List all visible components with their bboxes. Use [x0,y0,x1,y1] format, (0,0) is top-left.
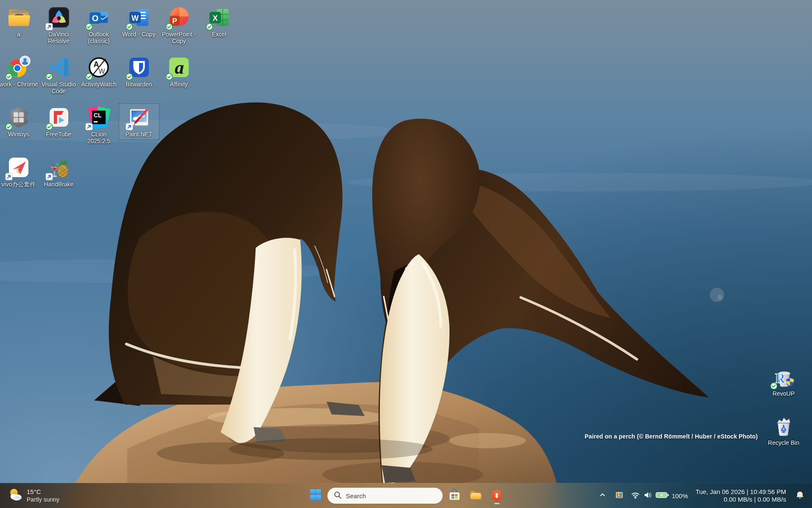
sync-check-badge [85,23,93,31]
volume-icon [643,491,652,501]
sync-check-badge [5,123,13,130]
desktop-icon-powerpoint-copy[interactable]: PPowerPoint - Copy [159,3,199,47]
weather-condition: Partly sunny [27,496,59,503]
desktop-icon-paint-net[interactable]: Paint.NET [119,103,159,140]
desktop-icon-label: Bitwarden [126,81,152,88]
desktop-icon-label: Excel [212,31,226,38]
desktop-icon-label: Paint.NET [126,131,153,138]
desktop-icon-revoup[interactable]: R RevoUP [763,363,804,399]
desktop-icon-label: Visual Studio Code [39,81,78,94]
desktop-icon-label: RevoUP [773,390,795,397]
sync-check-badge [165,23,173,31]
desktop-icon-folder-a[interactable]: a [0,3,39,40]
desktop-icon-affinity[interactable]: aAffinity [159,53,199,90]
brave-icon [491,489,503,503]
outlook-icon: O [87,5,111,30]
svg-text:W: W [131,14,139,22]
sync-check-badge [206,23,213,31]
chevron-up-icon [599,491,606,500]
color-display-icon [615,491,623,501]
tray-app-button[interactable] [614,489,625,502]
desktop-icon-davinci-resolve[interactable]: DaVinci Resolve [39,3,79,47]
folder-icon [469,489,482,503]
shortcut-arrow-badge [45,23,53,31]
taskbar-tray: 100% Tue, Jan 06 2026 | 10:49:56 PM 0.00… [597,483,806,508]
windows-start-icon [310,489,321,502]
vivo-icon [6,155,31,180]
tray-chevron-button[interactable] [597,490,608,502]
taskbar-app-brave[interactable] [488,486,506,505]
start-button[interactable] [306,486,325,505]
desktop-icon-visual-studio-code[interactable]: Visual Studio Code [39,53,79,97]
desktop-icon-outlook-classic[interactable]: OOutlook (classic) [78,3,119,47]
paintnet-icon [127,105,151,130]
notification-bell-button[interactable] [794,489,806,503]
sync-check-badge [45,123,53,130]
battery-percent: 100% [672,492,688,500]
sync-check-badge [5,73,13,81]
taskbar-app-microsoft-store[interactable] [445,486,464,505]
desktop-icon-label: Recycle Bin [768,439,799,446]
folder-photo-icon [6,5,31,30]
svg-text:P: P [172,17,177,25]
notification-bell-icon [795,491,804,501]
chrome-profile-icon [6,55,31,80]
desktop-icon-label: ActivityWatch [81,81,117,88]
desktop-icon-vivo-office[interactable]: vivo办公套件 [0,153,39,190]
recycle-bin-icon [771,414,796,438]
desktop-icon-recycle-bin[interactable]: Recycle Bin [763,412,804,448]
sync-check-badge [126,73,133,81]
wallpaper-caption: Paired on a perch (© Bernd Römmelt / Hub… [585,433,758,440]
desktop-icon-word-copy[interactable]: WWord - Copy [119,3,159,40]
desktop-icon-bitwarden[interactable]: Bitwarden [119,53,159,90]
widgets-weather-button[interactable]: 15°C Partly sunny [4,483,63,508]
bitwarden-icon [127,55,151,80]
quick-settings-button[interactable]: 100% [631,491,688,501]
desktop-icon-activitywatch[interactable]: A W ActivityWatch [78,53,119,90]
search-box[interactable]: Search [327,488,443,504]
clock-date-time: Tue, Jan 06 2026 | 10:49:56 PM [696,488,787,496]
desktop-icon-label: Word - Copy [122,31,155,38]
svg-text:A: A [94,60,99,69]
sync-check-badge [126,23,133,31]
desktop-icon-label: PowerPoint - Copy [159,31,198,44]
desktop-icon-label: HandBrake [44,181,73,188]
desktop-icon-label: a [17,31,20,38]
desktop-icon-wintoys[interactable]: Wintoys [0,103,39,140]
svg-text:O: O [92,14,99,23]
sync-check-badge [770,382,778,390]
shortcut-arrow-badge [85,123,93,130]
desktop-screen: Paired on a perch (© Bernd Römmelt / Hub… [0,0,812,508]
desktop-icon-label: FreeTube [46,131,71,138]
sync-check-badge [45,73,53,81]
affinity-icon: a [167,55,191,80]
svg-text:a: a [175,57,184,78]
desktop-icon-excel[interactable]: XExcel [199,3,240,40]
shortcut-arrow-badge [5,173,13,180]
svg-text:X: X [212,14,218,22]
taskbar-app-file-explorer[interactable] [466,486,485,505]
sync-check-badge [85,73,93,81]
vscode-icon [47,55,71,80]
desktop-icon-work-chrome[interactable]: work - Chrome [0,53,39,90]
store-icon [448,489,461,503]
desktop-icon-handbrake[interactable]: HandBrake [39,153,79,190]
desktop-icon-freetube[interactable]: FreeTube [39,103,79,140]
revoup-icon: R [771,364,796,389]
search-placeholder: Search [346,492,366,500]
battery-charging-icon [656,491,669,500]
svg-text:W: W [98,68,105,75]
davinci-icon [47,5,71,30]
desktop-icon-clion[interactable]: CL CLion 2025.2.5 [78,103,119,147]
excel-icon: X [207,5,232,30]
shortcut-arrow-badge [45,173,53,180]
taskbar-center: Search [306,483,506,508]
running-indicator [494,503,499,504]
clock-button[interactable]: Tue, Jan 06 2026 | 10:49:56 PM 0.00 MB/s… [694,486,788,505]
wifi-icon [631,491,640,501]
desktop-icon-label: CLion 2025.2.5 [79,131,118,144]
desktop-icon-label: Affinity [170,81,188,88]
network-speed: 0.00 MB/s | 0.00 MB/s [724,496,786,503]
freetube-icon [47,105,71,130]
svg-text:CL: CL [94,112,102,119]
